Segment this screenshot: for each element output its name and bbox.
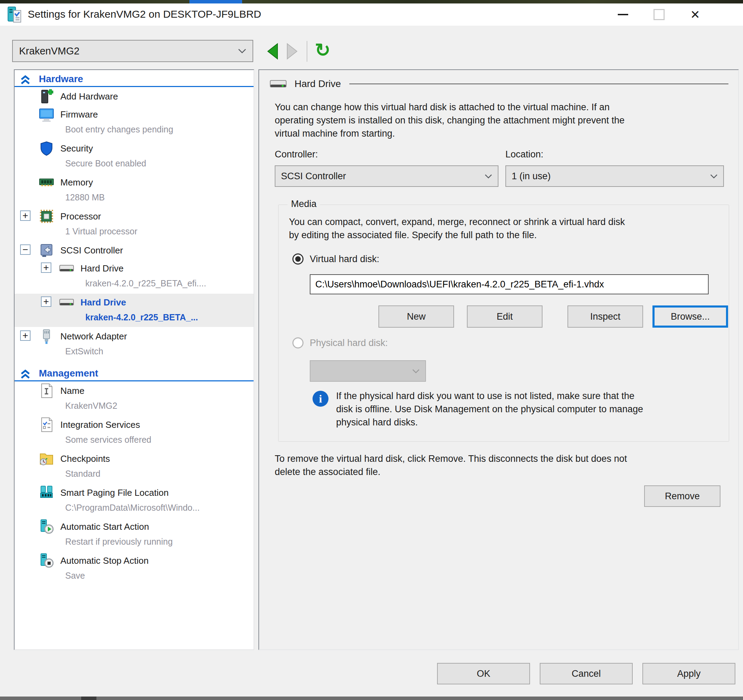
physical-hard-disk-radio-row: Physical hard disk: <box>292 337 388 349</box>
desktop-blue-segment <box>189 0 242 3</box>
smart-paging-icon <box>39 485 54 500</box>
automatic-stop-icon <box>39 553 54 568</box>
item-label: Integration Services <box>60 417 151 432</box>
expand-toggle[interactable]: + <box>20 331 31 341</box>
refresh-button[interactable]: ↻ <box>313 39 332 61</box>
cancel-button[interactable]: Cancel <box>540 663 633 684</box>
item-label: Memory <box>60 175 105 190</box>
sidebar-item-smart-paging-file-location[interactable]: Smart Paging File Location C:\ProgramDat… <box>15 484 253 517</box>
controller-dropdown[interactable]: SCSI Controller <box>275 165 499 187</box>
virtual-hard-disk-radio[interactable] <box>292 254 303 264</box>
chevron-down-icon <box>710 174 718 179</box>
sidebar-item-automatic-stop-action[interactable]: Automatic Stop Action Save <box>15 552 253 585</box>
media-groupbox: Media You can compact, convert, expand, … <box>278 205 729 442</box>
refresh-icon: ↻ <box>315 39 330 61</box>
expand-toggle[interactable]: + <box>41 297 51 307</box>
physical-disk-dropdown <box>310 360 426 382</box>
sidebar-item-hard-drive-2-selected[interactable]: + Hard Drive kraken-4.2.0_r225_BETA_... <box>15 294 253 327</box>
add-hardware-icon <box>39 89 54 104</box>
sidebar-item-automatic-start-action[interactable]: Automatic Start Action Restart if previo… <box>15 518 253 551</box>
automatic-start-icon <box>39 519 54 534</box>
close-button[interactable]: ✕ <box>678 3 712 26</box>
item-status: C:\ProgramData\Microsoft\Windo... <box>65 500 200 515</box>
sidebar-item-checkpoints[interactable]: Checkpoints Standard <box>15 450 253 483</box>
section-label: Management <box>39 368 98 379</box>
name-icon <box>39 383 54 398</box>
inspect-button[interactable]: Inspect <box>567 306 643 328</box>
sidebar-item-network-adapter[interactable]: + Network Adapter ExtSwitch <box>15 328 253 361</box>
maximize-button[interactable] <box>642 3 676 26</box>
desktop-background-strip-top <box>0 0 743 3</box>
item-label: Security <box>60 141 147 156</box>
integration-services-icon <box>39 417 54 432</box>
header-rule <box>349 84 728 84</box>
processor-icon <box>39 209 54 224</box>
browse-button[interactable]: Browse... <box>653 306 728 328</box>
sidebar-item-scsi-controller[interactable]: − SCSI Controller <box>15 242 253 259</box>
item-label: SCSI Controller <box>60 243 123 258</box>
item-status: 12880 MB <box>65 190 105 205</box>
sidebar-item-firmware[interactable]: Firmware Boot entry changes pending <box>15 106 253 139</box>
item-label: Firmware <box>60 107 173 122</box>
section-label: Hardware <box>39 74 83 84</box>
sidebar-item-integration-services[interactable]: Integration Services Some services offer… <box>15 416 253 449</box>
virtual-hard-disk-radio-row: Virtual hard disk: <box>292 254 379 264</box>
item-status: ExtSwitch <box>65 344 127 359</box>
hard-drive-icon <box>59 295 74 310</box>
close-icon: ✕ <box>690 9 700 21</box>
hyperv-settings-window: Settings for KrakenVMG2 on DESKTOP-JF9LB… <box>0 0 743 700</box>
vm-selector-value: KrakenVMG2 <box>19 46 238 57</box>
hard-drive-icon <box>59 261 74 276</box>
expand-toggle[interactable]: + <box>20 210 31 221</box>
checkpoints-icon <box>39 451 54 466</box>
collapse-toggle[interactable]: − <box>20 244 31 255</box>
panel-header: Hard Drive <box>269 76 728 92</box>
item-status: kraken-4.2.0_r225_BETA_... <box>85 310 198 325</box>
navigate-back-button[interactable] <box>264 41 281 61</box>
info-line: If the physical hard disk you want to us… <box>336 389 643 403</box>
remove-note-line: delete the associated file. <box>275 465 627 478</box>
virtual-hard-disk-radio-label: Virtual hard disk: <box>310 254 379 264</box>
item-status: Some services offered <box>65 432 151 447</box>
sidebar-item-hard-drive-1[interactable]: + Hard Drive kraken-4.2.0_r225_BETA_efi.… <box>15 260 253 293</box>
item-label: Checkpoints <box>60 451 110 466</box>
info-text: If the physical hard disk you want to us… <box>336 389 643 429</box>
sidebar-item-security[interactable]: Security Secure Boot enabled <box>15 140 253 173</box>
minimize-button[interactable] <box>605 3 640 26</box>
media-description-line: by editing the associated file. Specify … <box>289 229 625 242</box>
sidebar-item-name[interactable]: Name KrakenVMG2 <box>15 382 253 415</box>
sidebar-item-memory[interactable]: Memory 12880 MB <box>15 174 253 207</box>
info-line: physical hard disks. <box>336 416 643 429</box>
sidebar-item-processor[interactable]: + Processor 1 Virtual processor <box>15 208 253 241</box>
edit-button[interactable]: Edit <box>467 306 543 328</box>
apply-button[interactable]: Apply <box>642 663 736 684</box>
controller-label: Controller: <box>275 149 505 160</box>
sidebar-section-management[interactable]: Management <box>15 365 253 381</box>
item-label: Name <box>60 383 117 398</box>
window-title: Settings for KrakenVMG2 on DESKTOP-JF9LB… <box>28 8 261 20</box>
remove-button[interactable]: Remove <box>644 485 721 507</box>
item-status: Standard <box>65 466 110 481</box>
new-button[interactable]: New <box>379 306 454 328</box>
maximize-icon <box>654 9 665 20</box>
sidebar-section-hardware[interactable]: Hardware <box>15 70 253 87</box>
ok-button[interactable]: OK <box>437 663 530 684</box>
location-dropdown[interactable]: 1 (in use) <box>505 165 724 187</box>
sidebar-item-add-hardware[interactable]: Add Hardware <box>15 88 253 105</box>
vm-selector-dropdown[interactable]: KrakenVMG2 <box>12 40 253 62</box>
location-value: 1 (in use) <box>512 171 710 182</box>
firmware-icon <box>39 107 54 122</box>
item-label: Hard Drive <box>80 261 206 276</box>
controller-value: SCSI Controller <box>281 171 485 182</box>
expand-toggle[interactable]: + <box>41 263 51 273</box>
vhd-path-input[interactable] <box>310 274 709 294</box>
chevron-down-icon <box>238 49 246 53</box>
item-label: Add Hardware <box>60 89 118 104</box>
settings-nav-panel: Hardware Add Hardware Firmware Boot entr… <box>14 69 254 650</box>
collapse-section-icon <box>20 75 31 85</box>
intro-line: operating system is installed on this di… <box>275 114 625 127</box>
media-group-label: Media <box>287 199 320 210</box>
navigate-forward-button[interactable] <box>284 41 300 61</box>
physical-hard-disk-radio-label: Physical hard disk: <box>310 338 388 349</box>
chevron-down-icon <box>412 369 420 374</box>
